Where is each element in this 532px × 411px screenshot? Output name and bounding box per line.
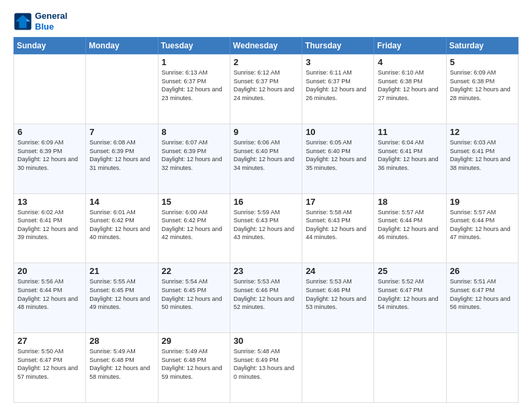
day-number: 29	[162, 336, 226, 346]
day-info: Sunrise: 5:57 AM Sunset: 6:44 PM Dayligh…	[450, 208, 515, 242]
day-number: 28	[89, 336, 154, 346]
day-number: 6	[17, 127, 82, 137]
page: General Blue SundayMondayTuesdayWednesda…	[0, 0, 532, 411]
day-info: Sunrise: 6:00 AM Sunset: 6:42 PM Dayligh…	[162, 208, 226, 242]
weekday-header-wednesday: Wednesday	[230, 38, 302, 54]
day-info: Sunrise: 6:06 AM Sunset: 6:40 PM Dayligh…	[234, 138, 298, 172]
day-info: Sunrise: 6:13 AM Sunset: 6:37 PM Dayligh…	[162, 68, 226, 102]
day-info: Sunrise: 6:02 AM Sunset: 6:41 PM Dayligh…	[17, 208, 82, 242]
day-info: Sunrise: 6:12 AM Sunset: 6:37 PM Dayligh…	[234, 68, 298, 102]
calendar-cell: 7Sunrise: 6:08 AM Sunset: 6:39 PM Daylig…	[86, 124, 158, 193]
weekday-header-tuesday: Tuesday	[158, 38, 230, 54]
day-info: Sunrise: 5:57 AM Sunset: 6:44 PM Dayligh…	[378, 208, 442, 242]
logo-icon	[13, 12, 32, 31]
day-number: 11	[378, 127, 442, 137]
day-info: Sunrise: 6:07 AM Sunset: 6:39 PM Dayligh…	[162, 138, 226, 172]
day-info: Sunrise: 5:59 AM Sunset: 6:43 PM Dayligh…	[234, 208, 298, 242]
day-number: 30	[234, 336, 298, 346]
calendar-cell: 23Sunrise: 5:53 AM Sunset: 6:46 PM Dayli…	[230, 263, 302, 333]
day-info: Sunrise: 6:04 AM Sunset: 6:41 PM Dayligh…	[378, 138, 442, 172]
day-number: 15	[162, 197, 226, 207]
day-info: Sunrise: 5:58 AM Sunset: 6:43 PM Dayligh…	[306, 208, 370, 242]
logo-text: General Blue	[35, 11, 67, 32]
calendar-cell: 16Sunrise: 5:59 AM Sunset: 6:43 PM Dayli…	[230, 193, 302, 263]
day-number: 22	[162, 266, 226, 276]
day-info: Sunrise: 6:09 AM Sunset: 6:38 PM Dayligh…	[450, 68, 515, 102]
day-info: Sunrise: 5:51 AM Sunset: 6:47 PM Dayligh…	[450, 277, 515, 311]
day-number: 1	[162, 57, 226, 67]
day-info: Sunrise: 6:11 AM Sunset: 6:37 PM Dayligh…	[306, 68, 370, 102]
weekday-header-friday: Friday	[374, 38, 446, 54]
day-number: 16	[234, 197, 298, 207]
day-info: Sunrise: 5:48 AM Sunset: 6:49 PM Dayligh…	[234, 347, 298, 381]
day-info: Sunrise: 5:53 AM Sunset: 6:46 PM Dayligh…	[234, 277, 298, 311]
day-info: Sunrise: 5:56 AM Sunset: 6:44 PM Dayligh…	[17, 277, 82, 311]
calendar-cell: 4Sunrise: 6:10 AM Sunset: 6:38 PM Daylig…	[374, 54, 446, 124]
day-number: 26	[450, 266, 515, 276]
calendar-cell: 13Sunrise: 6:02 AM Sunset: 6:41 PM Dayli…	[14, 193, 86, 263]
day-number: 3	[306, 57, 370, 67]
day-info: Sunrise: 6:03 AM Sunset: 6:41 PM Dayligh…	[450, 138, 515, 172]
weekday-header-monday: Monday	[86, 38, 158, 54]
calendar-cell: 20Sunrise: 5:56 AM Sunset: 6:44 PM Dayli…	[14, 263, 86, 333]
day-info: Sunrise: 6:09 AM Sunset: 6:39 PM Dayligh…	[17, 138, 82, 172]
calendar-cell: 17Sunrise: 5:58 AM Sunset: 6:43 PM Dayli…	[302, 193, 374, 263]
day-number: 2	[234, 57, 298, 67]
calendar-cell: 21Sunrise: 5:55 AM Sunset: 6:45 PM Dayli…	[86, 263, 158, 333]
calendar-cell: 24Sunrise: 5:53 AM Sunset: 6:46 PM Dayli…	[302, 263, 374, 333]
header: General Blue	[13, 11, 519, 32]
calendar-cell: 18Sunrise: 5:57 AM Sunset: 6:44 PM Dayli…	[374, 193, 446, 263]
day-info: Sunrise: 5:52 AM Sunset: 6:47 PM Dayligh…	[378, 277, 442, 311]
calendar-cell: 12Sunrise: 6:03 AM Sunset: 6:41 PM Dayli…	[446, 124, 518, 193]
weekday-header-saturday: Saturday	[446, 38, 518, 54]
calendar-cell: 1Sunrise: 6:13 AM Sunset: 6:37 PM Daylig…	[158, 54, 230, 124]
day-number: 4	[378, 57, 442, 67]
calendar-cell: 30Sunrise: 5:48 AM Sunset: 6:49 PM Dayli…	[230, 333, 302, 403]
day-number: 20	[17, 266, 82, 276]
calendar-cell	[374, 333, 446, 403]
day-number: 12	[450, 127, 515, 137]
calendar-cell: 26Sunrise: 5:51 AM Sunset: 6:47 PM Dayli…	[446, 263, 518, 333]
calendar-cell: 3Sunrise: 6:11 AM Sunset: 6:37 PM Daylig…	[302, 54, 374, 124]
weekday-header-thursday: Thursday	[302, 38, 374, 54]
week-row-2: 6Sunrise: 6:09 AM Sunset: 6:39 PM Daylig…	[14, 124, 519, 193]
calendar-cell: 11Sunrise: 6:04 AM Sunset: 6:41 PM Dayli…	[374, 124, 446, 193]
day-info: Sunrise: 5:49 AM Sunset: 6:48 PM Dayligh…	[162, 347, 226, 381]
day-info: Sunrise: 6:08 AM Sunset: 6:39 PM Dayligh…	[89, 138, 154, 172]
calendar-cell: 15Sunrise: 6:00 AM Sunset: 6:42 PM Dayli…	[158, 193, 230, 263]
weekday-header-row: SundayMondayTuesdayWednesdayThursdayFrid…	[14, 38, 519, 54]
day-number: 24	[306, 266, 370, 276]
calendar-cell: 22Sunrise: 5:54 AM Sunset: 6:45 PM Dayli…	[158, 263, 230, 333]
calendar-cell: 9Sunrise: 6:06 AM Sunset: 6:40 PM Daylig…	[230, 124, 302, 193]
day-number: 21	[89, 266, 154, 276]
day-number: 8	[162, 127, 226, 137]
calendar-cell: 19Sunrise: 5:57 AM Sunset: 6:44 PM Dayli…	[446, 193, 518, 263]
day-info: Sunrise: 5:53 AM Sunset: 6:46 PM Dayligh…	[306, 277, 370, 311]
calendar-cell	[446, 333, 518, 403]
calendar-cell	[14, 54, 86, 124]
logo: General Blue	[13, 11, 67, 32]
day-number: 9	[234, 127, 298, 137]
day-number: 17	[306, 197, 370, 207]
week-row-1: 1Sunrise: 6:13 AM Sunset: 6:37 PM Daylig…	[14, 54, 519, 124]
day-number: 7	[89, 127, 154, 137]
week-row-5: 27Sunrise: 5:50 AM Sunset: 6:47 PM Dayli…	[14, 333, 519, 403]
calendar-cell: 29Sunrise: 5:49 AM Sunset: 6:48 PM Dayli…	[158, 333, 230, 403]
day-number: 13	[17, 197, 82, 207]
calendar-cell: 28Sunrise: 5:49 AM Sunset: 6:48 PM Dayli…	[86, 333, 158, 403]
day-number: 18	[378, 197, 442, 207]
weekday-header-sunday: Sunday	[14, 38, 86, 54]
day-number: 27	[17, 336, 82, 346]
day-number: 14	[89, 197, 154, 207]
calendar-cell: 5Sunrise: 6:09 AM Sunset: 6:38 PM Daylig…	[446, 54, 518, 124]
day-number: 19	[450, 197, 515, 207]
calendar-cell: 14Sunrise: 6:01 AM Sunset: 6:42 PM Dayli…	[86, 193, 158, 263]
day-number: 23	[234, 266, 298, 276]
calendar-cell: 2Sunrise: 6:12 AM Sunset: 6:37 PM Daylig…	[230, 54, 302, 124]
calendar-cell	[86, 54, 158, 124]
calendar-cell: 10Sunrise: 6:05 AM Sunset: 6:40 PM Dayli…	[302, 124, 374, 193]
calendar-cell: 27Sunrise: 5:50 AM Sunset: 6:47 PM Dayli…	[14, 333, 86, 403]
calendar-cell	[302, 333, 374, 403]
day-number: 25	[378, 266, 442, 276]
day-info: Sunrise: 6:01 AM Sunset: 6:42 PM Dayligh…	[89, 208, 154, 242]
